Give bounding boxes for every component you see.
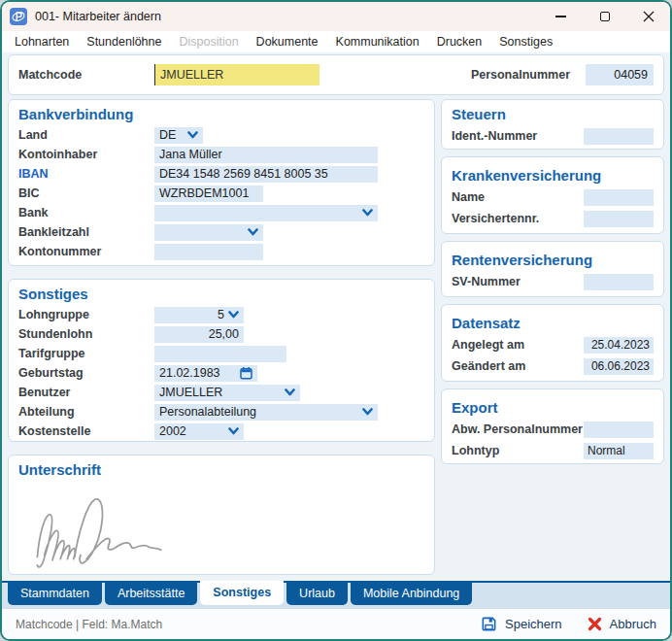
field-row-abteilung: Abteilung Personalabteilung [9,402,434,422]
field-row-kontoinhaber: Kontoinhaber Jana Müller [9,145,434,164]
panel-title-sonstiges: Sonstiges [18,284,434,305]
land-label: Land [18,128,154,142]
maximize-button[interactable] [583,2,626,31]
abw-personalnummer-input[interactable] [584,422,654,438]
close-icon [643,11,655,22]
field-row-versichertennr: Versichertennr. [442,208,663,229]
field-row-kontonummer: Kontonummer [9,242,434,261]
land-value: DE [159,128,176,142]
iban-label: IBAN [18,167,154,181]
chevron-down-icon[interactable] [248,228,258,236]
field-row-bankleitzahl: Bankleitzahl [9,222,434,242]
field-row-angelegt-am: Angelegt am 25.04.2023 [442,334,663,355]
kontonummer-input[interactable] [154,244,263,260]
panel-unterschrift: Unterschrift [8,455,435,575]
benutzer-dropdown[interactable]: JMUELLER [154,385,300,401]
sv-nummer-label: SV-Nummer [452,275,584,288]
panel-title-steuern: Steuern [452,104,663,125]
panel-title-datensatz: Datensatz [452,313,663,334]
minimize-button[interactable] [539,2,583,31]
panel-steuern: Steuern Ident.-Nummer [441,99,664,150]
title-bar: 001- Mitarbeiter ändern [2,2,670,31]
versichertennr-input[interactable] [584,211,654,227]
tab-mobile-anbindung[interactable]: Mobile Anbindung [351,583,472,605]
bank-dropdown[interactable] [154,205,378,221]
field-row-benutzer: Benutzer JMUELLER [9,383,434,402]
sv-nummer-input[interactable] [584,274,654,290]
geburtstag-input[interactable]: 21.02.1983 [154,365,257,382]
field-row-kv-name: Name [442,186,663,208]
calendar-icon[interactable] [240,366,252,380]
panel-bankverbindung: Bankverbindung Land DE Kontoinhaber Jana… [8,99,435,266]
panel-krankenversicherung: Krankenversicherung Name Versichertennr. [441,156,664,234]
chevron-down-icon[interactable] [362,408,373,416]
chevron-down-icon[interactable] [228,427,239,435]
field-row-lohntyp: Lohntyp Normal [442,440,663,461]
panel-title-rentenversicherung: Rentenversicherung [452,250,663,271]
kostenstelle-value: 2002 [159,424,186,438]
lohntyp-field[interactable]: Normal [584,443,654,459]
menu-item-drucken[interactable]: Drucken [428,31,491,52]
tab-arbeitsstaette[interactable]: Arbeitsstätte [105,583,197,605]
angelegt-am-field: 25.04.2023 [584,337,654,354]
personalnummer-field[interactable]: 04059 [586,64,654,85]
save-button[interactable]: Speichern [481,616,562,632]
panel-title-export: Export [452,397,663,419]
menu-item-dokumente[interactable]: Dokumente [248,31,327,52]
bank-label: Bank [18,206,154,219]
tarifgruppe-input[interactable] [154,346,286,362]
abteilung-dropdown[interactable]: Personalabteilung [154,404,378,421]
kontoinhaber-input[interactable]: Jana Müller [154,147,378,163]
menu-item-stundenloehne[interactable]: Stundenlöhne [78,31,170,52]
maximize-icon [600,12,610,21]
geburtstag-label: Geburtstag [18,366,154,380]
kostenstelle-dropdown[interactable]: 2002 [154,423,244,440]
menu-item-disposition: Disposition [170,31,247,52]
tab-stammdaten[interactable]: Stammdaten [8,583,102,605]
menu-item-kommunikation[interactable]: Kommunikation [327,31,428,52]
field-row-geaendert-am: Geändert am 06.06.2023 [442,355,663,377]
lohntyp-label: Lohntyp [452,444,584,457]
close-button[interactable] [626,2,670,31]
minimize-icon [555,16,566,17]
bic-input[interactable]: WZRBDEM1001 [154,186,263,202]
geaendert-am-label: Geändert am [452,359,584,373]
bic-label: BIC [18,186,154,200]
lohngruppe-label: Lohngruppe [18,308,154,321]
panel-datensatz: Datensatz Angelegt am 25.04.2023 Geänder… [441,304,664,382]
abteilung-label: Abteilung [18,405,154,419]
ident-nummer-input[interactable] [584,128,654,145]
tab-urlaub[interactable]: Urlaub [286,583,348,605]
bankleitzahl-label: Bankleitzahl [18,225,154,239]
menu-item-sonstiges[interactable]: Sonstiges [490,31,561,52]
chevron-down-icon[interactable] [187,131,198,139]
land-dropdown[interactable]: DE [154,127,203,144]
field-row-tarifgruppe: Tarifgruppe [9,344,434,363]
save-label: Speichern [505,617,562,631]
panel-rentenversicherung: Rentenversicherung SV-Nummer [441,241,664,297]
cancel-button[interactable]: Abbruch [588,617,656,631]
menu-item-lohnarten[interactable]: Lohnarten [6,31,78,52]
kontoinhaber-label: Kontoinhaber [18,148,154,161]
chevron-down-icon[interactable] [362,209,373,217]
geburtstag-value: 21.02.1983 [159,366,220,380]
app-logo-icon [10,8,27,25]
field-row-kostenstelle: Kostenstelle 2002 [9,422,434,441]
tab-sonstiges[interactable]: Sonstiges [200,581,284,605]
save-floppy-icon [481,616,497,632]
field-row-lohngruppe: Lohngruppe 5 [9,305,434,324]
kv-name-input[interactable] [584,189,654,206]
window-title: 001- Mitarbeiter ändern [35,10,161,23]
stundenlohn-input[interactable]: 25,00 [154,326,244,343]
kv-name-label: Name [452,190,584,204]
abteilung-value: Personalabteilung [159,405,256,419]
chevron-down-icon[interactable] [285,388,295,396]
chevron-down-icon[interactable] [228,311,239,319]
lohngruppe-dropdown[interactable]: 5 [154,307,244,323]
bankleitzahl-dropdown[interactable] [154,224,263,241]
personalnummer-label: Personalnummer [471,68,570,82]
ident-nummer-label: Ident.-Nummer [452,129,584,143]
iban-input[interactable]: DE34 1548 2569 8451 8005 35 [154,166,378,183]
matchcode-input[interactable]: JMUELLER [154,64,319,85]
benutzer-value: JMUELLER [159,386,222,399]
